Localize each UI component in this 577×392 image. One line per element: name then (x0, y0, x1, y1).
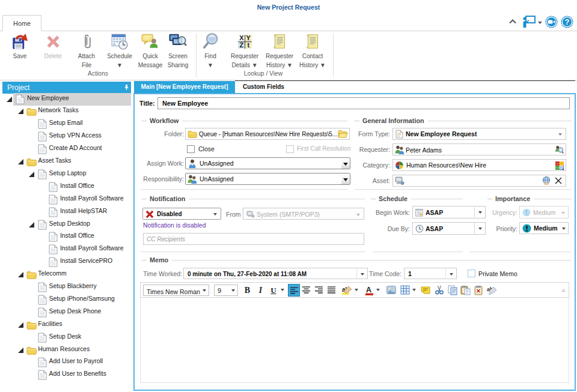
svg-text:Z: Z (239, 41, 243, 49)
svg-text:t: t (247, 41, 249, 48)
svg-text:Y: Y (246, 34, 251, 41)
svg-text:A: A (366, 286, 371, 294)
svg-text:?: ? (565, 17, 570, 26)
svg-text:X: X (239, 34, 244, 41)
